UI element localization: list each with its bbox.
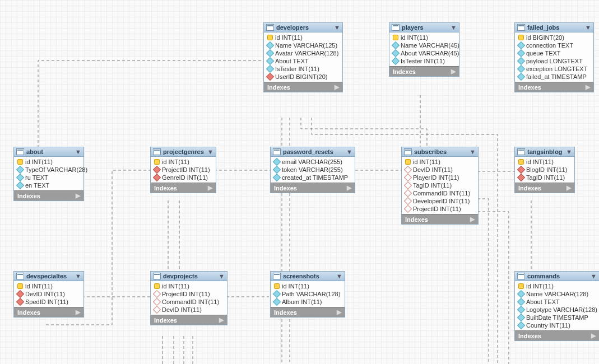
table-players[interactable]: players▼id INT(11)Name VARCHAR(45)About …: [389, 22, 459, 77]
indexes-section[interactable]: Indexes▶: [271, 307, 345, 317]
column-row[interactable]: IsTester INT(11): [389, 57, 459, 65]
collapse-icon[interactable]: ▼: [336, 273, 342, 279]
indexes-section[interactable]: Indexes▶: [389, 66, 459, 76]
expand-icon[interactable]: ▶: [586, 83, 590, 91]
table-header[interactable]: devprojects▼: [151, 272, 227, 281]
expand-icon[interactable]: ▶: [470, 216, 475, 223]
column-row[interactable]: DevID INT(11): [14, 290, 83, 298]
table-screenshots[interactable]: screenshots▼id INT(11)Path VARCHAR(128)A…: [270, 271, 345, 318]
column-row[interactable]: IsTester INT(11): [264, 65, 342, 73]
column-row[interactable]: About VARCHAR(45): [389, 49, 459, 57]
column-row[interactable]: TypeOf VARCHAR(28): [14, 166, 83, 174]
column-row[interactable]: id INT(11): [515, 158, 574, 166]
expand-icon[interactable]: ▶: [219, 316, 224, 324]
column-row[interactable]: Album INT(11): [271, 298, 345, 306]
expand-icon[interactable]: ▶: [337, 309, 341, 316]
column-row[interactable]: DevID INT(11): [402, 166, 478, 174]
column-row[interactable]: About TEXT: [264, 57, 342, 65]
table-header[interactable]: screenshots▼: [271, 272, 345, 281]
column-row[interactable]: Name VARCHAR(125): [264, 41, 342, 49]
collapse-icon[interactable]: ▼: [75, 273, 81, 279]
column-row[interactable]: failed_at TIMESTAMP: [515, 73, 593, 81]
collapse-icon[interactable]: ▼: [566, 148, 572, 155]
collapse-icon[interactable]: ▼: [207, 148, 213, 155]
column-row[interactable]: TagID INT(11): [515, 174, 574, 181]
column-row[interactable]: CommandID INT(11): [151, 298, 227, 306]
expand-icon[interactable]: ▶: [76, 192, 80, 199]
table-commands[interactable]: commands▼id INT(11)Name VARCHAR(128)Abou…: [514, 271, 599, 341]
collapse-icon[interactable]: ▼: [334, 24, 340, 31]
table-header[interactable]: devspecialtes▼: [14, 272, 83, 281]
column-row[interactable]: BlogID INT(11): [515, 166, 574, 174]
indexes-section[interactable]: Indexes▶: [515, 183, 574, 193]
table-projectgenres[interactable]: projectgenres▼id INT(11)ProjectID INT(11…: [150, 147, 216, 193]
column-row[interactable]: id BIGINT(20): [515, 34, 593, 41]
table-header[interactable]: password_resets▼: [271, 147, 355, 157]
column-row[interactable]: payload LONGTEXT: [515, 57, 593, 65]
table-header[interactable]: tangsinblog▼: [515, 147, 574, 157]
table-developers[interactable]: developers▼id INT(11)Name VARCHAR(125)Av…: [263, 22, 343, 92]
column-row[interactable]: BuiltDate TIMESTAMP: [515, 314, 599, 321]
indexes-section[interactable]: Indexes▶: [271, 183, 355, 193]
table-header[interactable]: developers▼: [264, 23, 342, 32]
column-row[interactable]: ProjectID INT(11): [151, 166, 216, 174]
indexes-section[interactable]: Indexes▶: [515, 330, 599, 340]
column-row[interactable]: Name VARCHAR(45): [389, 41, 459, 49]
column-row[interactable]: SpedID INT(11): [14, 298, 83, 306]
collapse-icon[interactable]: ▼: [591, 273, 597, 279]
table-header[interactable]: failed_jobs▼: [515, 23, 593, 32]
column-row[interactable]: id INT(11): [264, 34, 342, 41]
collapse-icon[interactable]: ▼: [346, 148, 352, 155]
column-row[interactable]: DeveloperID INT(11): [402, 197, 478, 205]
column-row[interactable]: id INT(11): [14, 158, 83, 166]
column-row[interactable]: connection TEXT: [515, 41, 593, 49]
column-row[interactable]: GenreID INT(11): [151, 174, 216, 181]
column-row[interactable]: CommandID INT(11): [402, 189, 478, 197]
column-row[interactable]: Logotype VARCHAR(128): [515, 306, 599, 314]
column-row[interactable]: id INT(11): [151, 158, 216, 166]
column-row[interactable]: ru TEXT: [14, 174, 83, 181]
column-row[interactable]: id INT(11): [271, 282, 345, 290]
expand-icon[interactable]: ▶: [347, 184, 351, 192]
column-row[interactable]: queue TEXT: [515, 49, 593, 57]
indexes-section[interactable]: Indexes▶: [14, 190, 83, 200]
collapse-icon[interactable]: ▼: [451, 24, 457, 31]
table-password_resets[interactable]: password_resets▼email VARCHAR(255)token …: [270, 147, 355, 193]
expand-icon[interactable]: ▶: [567, 184, 571, 192]
table-devspecialtes[interactable]: devspecialtes▼id INT(11)DevID INT(11)Spe…: [13, 271, 84, 318]
table-header[interactable]: players▼: [389, 23, 459, 32]
column-row[interactable]: id INT(11): [515, 282, 599, 290]
column-row[interactable]: TagID INT(11): [402, 181, 478, 189]
expand-icon[interactable]: ▶: [76, 309, 80, 316]
column-row[interactable]: email VARCHAR(255): [271, 158, 355, 166]
column-row[interactable]: id INT(11): [151, 282, 227, 290]
column-row[interactable]: created_at TIMESTAMP: [271, 174, 355, 181]
indexes-section[interactable]: Indexes▶: [515, 82, 593, 92]
column-row[interactable]: id INT(11): [389, 34, 459, 41]
column-row[interactable]: About TEXT: [515, 298, 599, 306]
column-row[interactable]: Country INT(11): [515, 321, 599, 329]
column-row[interactable]: ProjectID INT(11): [402, 205, 478, 213]
column-row[interactable]: id INT(11): [402, 158, 478, 166]
er-canvas[interactable]: developers▼id INT(11)Name VARCHAR(125)Av…: [0, 0, 599, 364]
column-row[interactable]: en TEXT: [14, 181, 83, 189]
expand-icon[interactable]: ▶: [451, 68, 456, 75]
table-header[interactable]: subscribes▼: [402, 147, 478, 157]
column-row[interactable]: Path VARCHAR(128): [271, 290, 345, 298]
expand-icon[interactable]: ▶: [591, 332, 596, 339]
table-header[interactable]: commands▼: [515, 272, 599, 281]
column-row[interactable]: DevID INT(11): [151, 306, 227, 314]
expand-icon[interactable]: ▶: [335, 83, 339, 91]
table-devprojects[interactable]: devprojects▼id INT(11)ProjectID INT(11)C…: [150, 271, 227, 325]
table-tangsinblog[interactable]: tangsinblog▼id INT(11)BlogID INT(11)TagI…: [514, 147, 575, 193]
column-row[interactable]: UserID BIGINT(20): [264, 73, 342, 81]
collapse-icon[interactable]: ▼: [75, 148, 81, 155]
table-header[interactable]: projectgenres▼: [151, 147, 216, 157]
table-header[interactable]: about▼: [14, 147, 83, 157]
column-row[interactable]: token VARCHAR(255): [271, 166, 355, 174]
column-row[interactable]: Avatar VARCHAR(128): [264, 49, 342, 57]
indexes-section[interactable]: Indexes▶: [151, 315, 227, 325]
indexes-section[interactable]: Indexes▶: [14, 307, 83, 317]
collapse-icon[interactable]: ▼: [219, 273, 225, 279]
indexes-section[interactable]: Indexes▶: [151, 183, 216, 193]
